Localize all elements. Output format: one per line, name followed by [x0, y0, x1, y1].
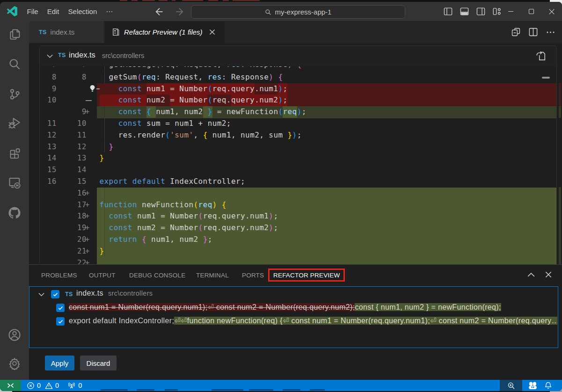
- code-line-15[interactable]: 1615export default IndexController;: [40, 176, 556, 188]
- code-line-22[interactable]: 22+: [40, 257, 556, 265]
- code-line-9[interactable]: 9+ const { num1, num2 } = newFunction(re…: [40, 106, 556, 118]
- split-editor-icon[interactable]: [528, 27, 538, 37]
- inserted-line-plus-sign: +: [85, 257, 92, 265]
- tree-file-row[interactable]: TSindex.tssrc\controllers: [29, 288, 557, 301]
- notifications-status-item[interactable]: [542, 381, 554, 390]
- refactor-preview-diff-widget: TS index.ts src\controllers 77 getMessag…: [39, 45, 557, 264]
- code-token: [100, 119, 118, 128]
- panel-tab-debug-console[interactable]: DEBUG CONSOLE: [129, 272, 185, 279]
- checkbox-checked[interactable]: [51, 290, 59, 298]
- apply-button[interactable]: Apply: [45, 356, 74, 370]
- close-panel-icon[interactable]: [544, 270, 553, 279]
- expand-chevron-icon[interactable]: [38, 292, 45, 297]
- tab-index-ts[interactable]: TS index.ts: [29, 21, 104, 43]
- discard-button[interactable]: Discard: [80, 356, 117, 370]
- panel-tab-ports[interactable]: PORTS: [242, 272, 264, 279]
- close-window-button[interactable]: [541, 2, 562, 21]
- modified-line-number: 12: [61, 141, 87, 153]
- errors-status-item[interactable]: 0: [27, 382, 41, 390]
- panel-tab-terminal[interactable]: TERMINAL: [196, 272, 229, 279]
- screen-edge-artifact: [223, 0, 229, 1]
- panel-maximize-chevron-icon[interactable]: [527, 272, 535, 278]
- panel-tab-output[interactable]: OUTPUT: [89, 272, 116, 279]
- maximize-button[interactable]: [521, 2, 541, 21]
- code-token: [100, 211, 109, 220]
- code-line-18[interactable]: 18+ const num1 = Number(req.query.num1);: [40, 211, 556, 222]
- code-line-19[interactable]: 19+ const num2 = Number(req.query.num2);: [40, 222, 556, 234]
- menu-selection[interactable]: Selection: [64, 7, 102, 15]
- open-changes-diff-icon[interactable]: [511, 27, 521, 37]
- code-line-17[interactable]: 17+function newFunction(req) {: [40, 199, 556, 211]
- warnings-status-item[interactable]: 0: [45, 382, 59, 390]
- screen-edge-artifact: [310, 389, 325, 391]
- search-icon: [265, 9, 271, 15]
- code-line-21[interactable]: 21+}: [40, 246, 556, 257]
- code-token: [292, 66, 297, 69]
- modified-line-number: [61, 83, 87, 95]
- close-tab-icon[interactable]: [208, 28, 216, 36]
- go-forward-icon[interactable]: [175, 7, 184, 16]
- ports-status-item[interactable]: 0: [67, 381, 82, 390]
- remote-indicator[interactable]: [0, 380, 21, 391]
- overview-ruler-inserted-mark: [559, 106, 561, 118]
- menu-file[interactable]: File: [22, 7, 43, 15]
- command-center-search[interactable]: my-express-app-1: [191, 5, 405, 19]
- panel-tab-problems[interactable]: PROBLEMS: [41, 272, 77, 279]
- search-view-icon[interactable]: [0, 52, 29, 76]
- modified-line-number: 11: [61, 130, 87, 141]
- code-line-10[interactable]: 10 const num2 = Number(req.query.num2);: [40, 94, 556, 106]
- tree-change-text: const num1 = Number(req.query.num1);⏎ co…: [69, 303, 501, 312]
- error-icon: [27, 382, 35, 390]
- toggle-primary-sidebar-icon[interactable]: [443, 7, 453, 16]
- explorer-icon[interactable]: [0, 22, 29, 46]
- collapse-file-chevron-icon[interactable]: [46, 53, 53, 59]
- checkbox-checked[interactable]: [56, 304, 65, 312]
- go-back-icon[interactable]: [154, 7, 164, 16]
- github-icon[interactable]: [0, 201, 29, 225]
- toggle-secondary-sidebar-icon[interactable]: [476, 7, 486, 16]
- code-line-11[interactable]: 1211 res.render('sum', { num1, num2, sum…: [40, 130, 556, 141]
- menu-more[interactable]: ⋯: [102, 7, 117, 16]
- diff-code-area[interactable]: 77 getMessage(req: Request, res: Respons…: [40, 66, 556, 264]
- accounts-icon[interactable]: [0, 323, 29, 347]
- source-control-icon[interactable]: [0, 82, 29, 106]
- code-text: return { num1, num2 };: [100, 234, 212, 246]
- code-line-16[interactable]: 16+: [40, 188, 556, 199]
- extensions-icon[interactable]: [0, 141, 29, 166]
- code-text: const { num1, num2 } = newFunction(req);: [100, 106, 307, 118]
- diff-file-header[interactable]: TS index.ts src\controllers: [40, 46, 556, 66]
- checkbox-checked[interactable]: [56, 317, 65, 326]
- unchanged-region-handle[interactable]: [542, 77, 550, 79]
- toggle-panel-icon[interactable]: [460, 7, 469, 16]
- panel-tab-refactor-preview[interactable]: REFACTOR PREVIEW: [268, 269, 345, 282]
- tree-change-row[interactable]: const num1 = Number(req.query.num1);⏎ co…: [29, 301, 557, 315]
- more-actions-icon[interactable]: [546, 27, 555, 37]
- code-token: [142, 107, 146, 116]
- remote-explorer-icon[interactable]: [0, 171, 29, 195]
- refactor-preview-tree[interactable]: TSindex.tssrc\controllersconst num1 = Nu…: [29, 286, 558, 348]
- code-token: (: [156, 66, 161, 69]
- tab-refactor-preview[interactable]: Refactor Preview (1 files): [105, 21, 225, 43]
- code-line-10[interactable]: 1110 const sum = num1 + num2;: [40, 118, 556, 130]
- code-token: const: [109, 223, 132, 232]
- code-token: function: [100, 200, 137, 209]
- code-line-8[interactable]: 88 getSum(req: Request, res: Response) {: [40, 72, 556, 83]
- copilot-status-item[interactable]: [526, 381, 540, 390]
- code-line-7[interactable]: 77 getMessage(req: Request, res: Respons…: [40, 66, 556, 71]
- settings-gear-icon[interactable]: [0, 351, 29, 376]
- tree-change-row[interactable]: export default IndexController;⏎⏎functio…: [29, 315, 557, 328]
- modified-line-number: 10: [61, 118, 87, 130]
- lightbulb-icon[interactable]: [88, 84, 97, 93]
- zoom-status-item[interactable]: [500, 380, 522, 391]
- code-line-12[interactable]: 1312 }: [40, 141, 556, 153]
- code-line-14[interactable]: 1514: [40, 164, 556, 176]
- go-to-file-icon[interactable]: [536, 51, 547, 61]
- minimize-button[interactable]: [500, 2, 521, 21]
- code-line-9[interactable]: 9 const num1 = Number(req.query.num1);: [40, 83, 556, 95]
- run-and-debug-icon[interactable]: [0, 111, 29, 136]
- code-text: }: [100, 152, 104, 164]
- code-line-20[interactable]: 20+ return { num1, num2 };: [40, 234, 556, 246]
- menu-edit[interactable]: Edit: [43, 7, 64, 15]
- tree-change-text: export default IndexController;⏎⏎functio…: [69, 316, 557, 325]
- code-line-13[interactable]: 1413}: [40, 152, 556, 164]
